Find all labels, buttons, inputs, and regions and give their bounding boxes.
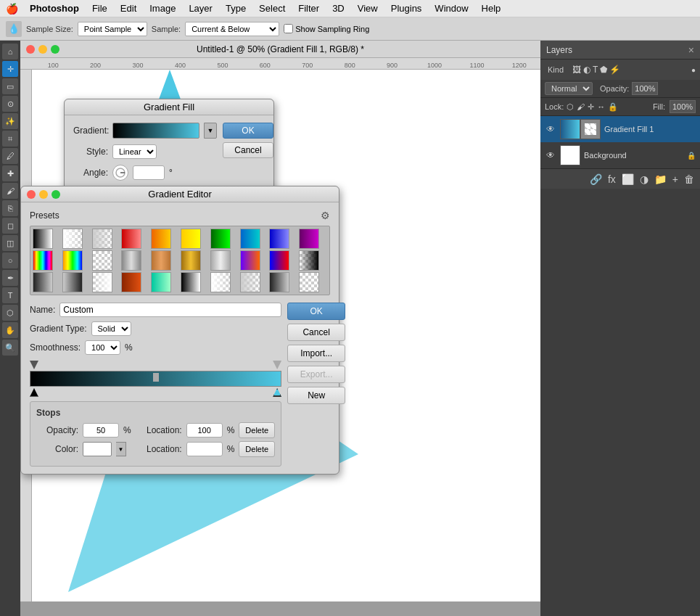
name-input[interactable]: [59, 303, 281, 317]
fill-value-input[interactable]: [670, 100, 696, 113]
menu-photoshop[interactable]: Photoshop: [24, 1, 85, 15]
ge-minimize-button[interactable]: [39, 190, 48, 199]
preset-item-12[interactable]: [92, 250, 112, 271]
location-input-1[interactable]: [186, 423, 223, 438]
layer-row-gradient-fill[interactable]: 👁 Gradient Fill 1: [540, 116, 700, 142]
preset-item-10[interactable]: [33, 250, 53, 271]
color-arrow-button[interactable]: ▼: [116, 442, 126, 456]
menu-edit[interactable]: Edit: [115, 1, 142, 15]
preset-item-14[interactable]: [151, 250, 171, 271]
gradient-editor-ok-button[interactable]: OK: [287, 303, 345, 320]
delete-layer-icon[interactable]: 🗑: [683, 172, 696, 186]
preset-item-19[interactable]: [299, 250, 319, 271]
preset-item-1[interactable]: [62, 229, 83, 249]
show-sampling-ring-checkbox[interactable]: [284, 24, 293, 33]
preset-item-25[interactable]: [181, 272, 201, 292]
preset-item-29[interactable]: [299, 272, 319, 292]
window-minimize-button[interactable]: [38, 45, 47, 54]
lock-transparent-icon[interactable]: ⬡: [567, 102, 574, 112]
menu-view[interactable]: View: [352, 1, 384, 15]
style-select[interactable]: Linear: [112, 144, 157, 159]
layers-panel-close-button[interactable]: ×: [688, 44, 694, 56]
add-fx-icon[interactable]: fx: [606, 172, 617, 186]
filter-smart-icon[interactable]: ⚡: [609, 65, 620, 75]
gradient-editor-cancel-button[interactable]: Cancel: [287, 324, 345, 341]
add-adjustment-icon[interactable]: ◑: [638, 172, 650, 186]
presets-gear-button[interactable]: ⚙: [321, 210, 330, 221]
layer-row-background[interactable]: 👁 Background 🔒: [540, 142, 700, 168]
add-layer-icon[interactable]: +: [671, 172, 680, 186]
preset-item-0[interactable]: [33, 229, 53, 249]
tool-hand[interactable]: ✋: [2, 322, 18, 338]
preset-item-28[interactable]: [269, 272, 289, 292]
menu-layer[interactable]: Layer: [183, 1, 218, 15]
blend-mode-select[interactable]: Normal: [545, 82, 593, 95]
menu-type[interactable]: Type: [220, 1, 252, 15]
angle-dial[interactable]: [112, 165, 128, 181]
show-sampling-ring-label[interactable]: Show Sampling Ring: [284, 24, 369, 33]
menu-select[interactable]: Select: [253, 1, 291, 15]
gradient-editor-export-button[interactable]: Export...: [287, 366, 345, 383]
tool-home[interactable]: ⌂: [2, 44, 18, 59]
preset-item-23[interactable]: [121, 272, 141, 292]
gradient-fill-ok-button[interactable]: OK: [223, 123, 273, 139]
tool-pen[interactable]: ✒: [2, 270, 18, 286]
preset-item-15[interactable]: [181, 250, 201, 271]
lock-all-icon[interactable]: 🔒: [608, 102, 618, 112]
color-stop-black[interactable]: [30, 388, 38, 397]
tool-zoom[interactable]: 🔍: [2, 340, 18, 356]
filter-adjust-icon[interactable]: ◐: [583, 65, 590, 75]
preset-item-4[interactable]: [151, 229, 171, 249]
menu-plugins[interactable]: Plugins: [385, 1, 428, 15]
opacity-input[interactable]: [83, 423, 119, 438]
menu-window[interactable]: Window: [429, 1, 474, 15]
location-input-2[interactable]: [186, 442, 223, 456]
preset-item-18[interactable]: [269, 250, 289, 271]
tool-dodge[interactable]: ○: [2, 252, 18, 268]
filter-shape-icon[interactable]: ⬟: [600, 65, 607, 75]
preset-item-21[interactable]: [62, 272, 83, 292]
preset-item-16[interactable]: [210, 250, 231, 271]
tool-brush[interactable]: 🖌: [2, 183, 18, 199]
filter-pixel-icon[interactable]: 🖼: [572, 65, 581, 75]
tool-clone[interactable]: ⎘: [2, 200, 18, 216]
tool-lasso[interactable]: ⊙: [2, 96, 18, 112]
color-swatch[interactable]: [83, 442, 112, 456]
tool-magic-wand[interactable]: ✨: [2, 113, 18, 129]
lock-artboard-icon[interactable]: ✛: [588, 102, 594, 112]
angle-input[interactable]: 0: [133, 165, 165, 180]
preset-item-11[interactable]: [62, 250, 83, 271]
menu-help[interactable]: Help: [476, 1, 507, 15]
gradient-bar[interactable]: [30, 371, 281, 387]
preset-item-17[interactable]: [240, 250, 260, 271]
delete-button-1[interactable]: Delete: [239, 422, 275, 438]
tool-eraser[interactable]: ◻: [2, 218, 18, 234]
preset-item-6[interactable]: [210, 229, 231, 249]
opacity-value-input[interactable]: [632, 82, 658, 95]
gradient-midpoint[interactable]: [153, 373, 159, 382]
preset-item-9[interactable]: [299, 229, 319, 249]
menu-file[interactable]: File: [86, 1, 113, 15]
preset-item-2[interactable]: [92, 229, 112, 249]
layer-visibility-icon-1[interactable]: 👁: [545, 150, 556, 160]
menu-image[interactable]: Image: [144, 1, 181, 15]
menu-filter[interactable]: Filter: [292, 1, 325, 15]
tool-marquee[interactable]: ▭: [2, 78, 18, 94]
gradient-editor-new-button[interactable]: New: [287, 387, 345, 404]
gradient-editor-import-button[interactable]: Import...: [287, 345, 345, 362]
tool-path[interactable]: ⬡: [2, 305, 18, 321]
tool-eyedropper-icon[interactable]: 💧: [6, 21, 22, 37]
add-folder-icon[interactable]: 📁: [653, 172, 668, 186]
sample-value-select[interactable]: Current & Below: [185, 22, 279, 36]
gradient-dropdown-button[interactable]: ▼: [204, 123, 217, 139]
tool-eyedropper[interactable]: 🖊: [2, 148, 18, 164]
preset-item-22[interactable]: [92, 272, 112, 292]
preset-item-20[interactable]: [33, 272, 53, 292]
preset-item-3[interactable]: [121, 229, 141, 249]
add-link-icon[interactable]: 🔗: [588, 172, 604, 186]
preset-item-24[interactable]: [151, 272, 171, 292]
preset-item-8[interactable]: [269, 229, 289, 249]
filter-text-icon[interactable]: T: [593, 65, 598, 75]
sample-size-select[interactable]: Point Sample: [78, 22, 147, 36]
lock-paint-icon[interactable]: 🖌: [577, 102, 585, 111]
